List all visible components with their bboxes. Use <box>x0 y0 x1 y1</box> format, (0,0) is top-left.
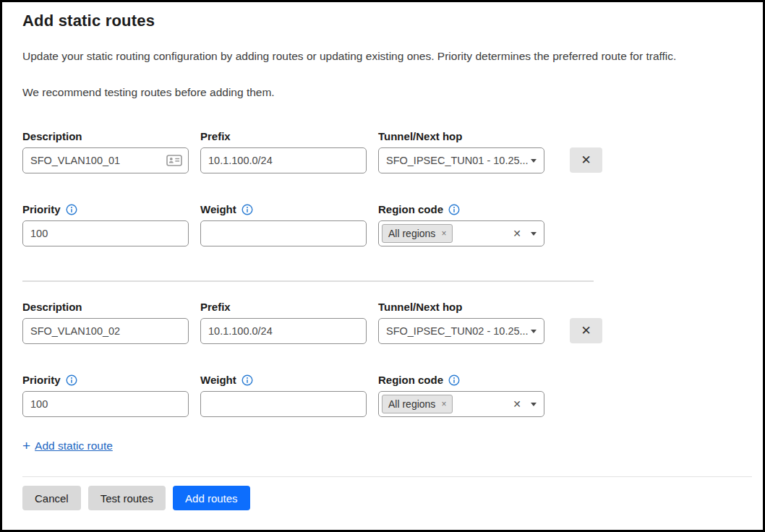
prefix-field-group: Prefix <box>200 129 367 173</box>
info-icon[interactable] <box>66 204 77 215</box>
page-title: Add static routes <box>22 12 752 30</box>
region-select[interactable]: All regions × ✕ <box>378 391 544 417</box>
chevron-down-icon <box>531 330 537 333</box>
chevron-down-icon <box>531 403 537 406</box>
priority-field-group: Priority <box>22 202 189 246</box>
info-icon[interactable] <box>448 374 460 386</box>
description-input[interactable] <box>22 147 189 173</box>
add-static-routes-dialog: Add static routes Update your static rou… <box>0 0 765 532</box>
tunnel-label: Tunnel/Next hop <box>378 130 462 142</box>
route-divider <box>22 280 594 282</box>
info-icon[interactable] <box>242 374 253 386</box>
plus-icon: + <box>22 439 30 452</box>
tunnel-selected-value: SFO_IPSEC_TUN01 - 10.25... <box>386 155 531 166</box>
route-block-1: Description <box>22 129 752 246</box>
add-static-route-row: + Add static route <box>22 439 752 452</box>
tunnel-label: Tunnel/Next hop <box>378 301 462 313</box>
add-static-route-link[interactable]: Add static route <box>35 439 113 452</box>
recommendation-text: We recommend testing routes before addin… <box>22 85 752 100</box>
add-routes-button[interactable]: Add routes <box>173 486 250 510</box>
priority-label: Priority <box>22 374 61 386</box>
description-field-group: Description <box>22 129 189 173</box>
footer-divider <box>22 476 752 477</box>
description-label: Description <box>22 301 82 313</box>
tunnel-select[interactable]: SFO_IPSEC_TUN01 - 10.25... <box>378 147 544 173</box>
prefix-input[interactable] <box>200 147 367 173</box>
info-icon[interactable] <box>66 374 77 386</box>
priority-input[interactable] <box>22 220 189 246</box>
region-chip: All regions × <box>382 395 453 413</box>
remove-route-button[interactable]: ✕ <box>570 147 602 173</box>
prefix-field-group: Prefix <box>200 299 367 344</box>
weight-input[interactable] <box>200 391 367 417</box>
region-label: Region code <box>378 374 443 386</box>
tunnel-selected-value: SFO_IPSEC_TUN02 - 10.25... <box>386 325 531 337</box>
region-field-group: Region code All regions × <box>378 202 544 246</box>
info-icon[interactable] <box>448 204 460 215</box>
contact-card-icon[interactable] <box>166 155 182 166</box>
region-field-group: Region code All regions × <box>378 372 544 417</box>
description-label: Description <box>22 130 82 142</box>
region-label: Region code <box>378 203 443 215</box>
clear-icon[interactable]: ✕ <box>513 228 531 239</box>
prefix-input[interactable] <box>200 318 367 344</box>
region-select[interactable]: All regions × ✕ <box>378 220 544 246</box>
tunnel-select[interactable]: SFO_IPSEC_TUN02 - 10.25... <box>378 318 544 344</box>
route-block-2: Description Prefix Tunnel/Next hop SFO <box>22 299 752 417</box>
region-chip: All regions × <box>382 224 453 243</box>
info-icon[interactable] <box>242 204 253 215</box>
weight-field-group: Weight <box>200 202 367 246</box>
priority-field-group: Priority <box>22 372 189 417</box>
chip-remove-icon[interactable]: × <box>441 229 446 238</box>
prefix-label: Prefix <box>200 130 231 142</box>
chip-remove-icon[interactable]: × <box>441 400 446 408</box>
cancel-button[interactable]: Cancel <box>22 486 81 510</box>
chevron-down-icon <box>531 232 537 236</box>
weight-input[interactable] <box>200 220 367 246</box>
test-routes-button[interactable]: Test routes <box>88 486 166 510</box>
priority-label: Priority <box>22 203 61 215</box>
intro-text: Update your static routing configuration… <box>22 49 752 64</box>
tunnel-field-group: Tunnel/Next hop SFO_IPSEC_TUN01 - 10.25.… <box>378 129 544 173</box>
prefix-label: Prefix <box>200 301 231 313</box>
region-chip-label: All regions <box>388 228 435 239</box>
description-input[interactable] <box>22 318 189 344</box>
priority-input[interactable] <box>22 391 189 417</box>
remove-route-button[interactable]: ✕ <box>570 318 602 343</box>
region-chip-label: All regions <box>388 398 435 410</box>
tunnel-field-group: Tunnel/Next hop SFO_IPSEC_TUN02 - 10.25.… <box>378 299 544 344</box>
weight-label: Weight <box>200 374 236 386</box>
chevron-down-icon <box>531 159 537 163</box>
description-field-group: Description <box>22 299 189 344</box>
weight-field-group: Weight <box>200 372 367 417</box>
clear-icon[interactable]: ✕ <box>513 399 531 409</box>
weight-label: Weight <box>200 203 236 215</box>
footer-actions: Cancel Test routes Add routes <box>22 486 752 510</box>
